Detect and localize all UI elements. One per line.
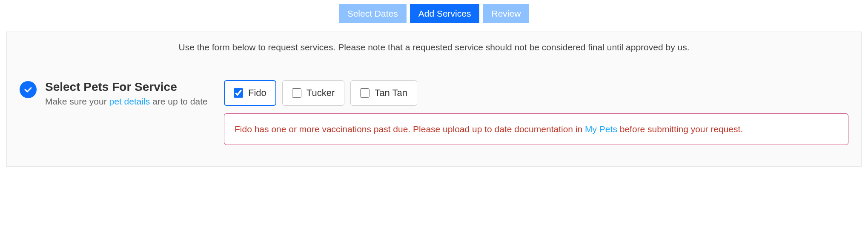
pets-row: Fido Tucker Tan Tan [224, 80, 848, 106]
pet-label: Tan Tan [375, 87, 407, 99]
pet-checkbox-fido[interactable] [234, 88, 243, 98]
subtitle-after: are up to date [150, 96, 207, 106]
pet-checkbox-tan-tan[interactable] [360, 88, 370, 98]
vaccination-alert: Fido has one or more vaccinations past d… [224, 113, 848, 145]
section-heading: Select Pets For Service Make sure your p… [45, 80, 215, 107]
section-body: Fido Tucker Tan Tan Fido has one or more… [224, 80, 848, 145]
section-title: Select Pets For Service [45, 80, 215, 94]
pet-chip-fido[interactable]: Fido [224, 80, 276, 106]
pet-details-link[interactable]: pet details [109, 96, 150, 106]
my-pets-link[interactable]: My Pets [585, 124, 617, 134]
wizard-step-add-services[interactable]: Add Services [410, 4, 480, 23]
wizard-step-select-dates[interactable]: Select Dates [339, 4, 407, 23]
alert-text-after: before submitting your request. [617, 124, 743, 134]
services-panel: Use the form below to request services. … [6, 32, 862, 167]
pet-checkbox-tucker[interactable] [292, 88, 301, 98]
subtitle-before: Make sure your [45, 96, 109, 106]
wizard-steps: Select Dates Add Services Review [0, 0, 868, 32]
select-pets-section: Select Pets For Service Make sure your p… [7, 63, 861, 166]
check-circle-icon [20, 81, 37, 98]
pet-chip-tucker[interactable]: Tucker [282, 80, 344, 106]
pet-chip-tan-tan[interactable]: Tan Tan [350, 80, 417, 106]
pet-label: Tucker [307, 87, 335, 99]
panel-intro-text: Use the form below to request services. … [7, 32, 861, 63]
alert-text-before: Fido has one or more vaccinations past d… [235, 124, 585, 134]
section-subtitle: Make sure your pet details are up to dat… [45, 96, 215, 107]
wizard-step-review[interactable]: Review [483, 4, 529, 23]
pet-label: Fido [248, 87, 266, 99]
